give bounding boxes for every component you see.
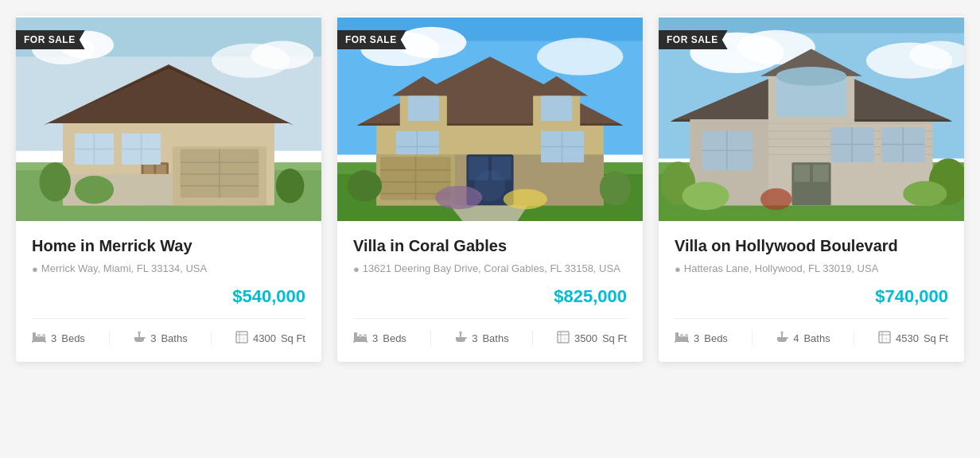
sqft-stat: 4530 Sq Ft — [878, 331, 948, 346]
baths-icon — [776, 331, 788, 346]
sqft-label: Sq Ft — [924, 332, 948, 344]
location-pin-icon: ● — [353, 262, 360, 277]
sqft-count: 4300 — [253, 332, 276, 344]
svg-point-141 — [780, 331, 784, 333]
svg-rect-84 — [359, 334, 362, 337]
for-sale-badge: FOR SALE — [337, 30, 406, 49]
baths-stat: 3 Baths — [454, 331, 508, 346]
card-title: Villa in Coral Gables — [353, 237, 627, 255]
svg-rect-83 — [354, 332, 357, 337]
baths-icon — [133, 331, 146, 346]
sqft-label: Sq Ft — [281, 332, 305, 344]
address-text: Hatteras Lane, Hollywood, FL 33019, USA — [684, 262, 879, 276]
svg-point-48 — [537, 38, 623, 76]
sqft-label: Sq Ft — [602, 332, 627, 344]
svg-rect-127 — [794, 165, 810, 182]
beds-icon — [32, 332, 46, 345]
svg-rect-136 — [680, 334, 683, 337]
svg-marker-55 — [357, 123, 624, 126]
svg-point-5 — [251, 41, 313, 69]
svg-point-131 — [682, 182, 729, 210]
baths-count: 4 — [793, 332, 799, 344]
beds-count: 3 — [694, 332, 699, 344]
sqft-icon — [878, 331, 891, 346]
svg-rect-31 — [33, 332, 36, 337]
location-pin-icon: ● — [32, 262, 38, 277]
listing-card-2[interactable]: FOR SALE Villa in Coral Gables ● 13621 D… — [337, 16, 643, 362]
stat-divider-1 — [430, 330, 431, 346]
stat-divider-2 — [211, 330, 212, 346]
baths-label: Baths — [161, 332, 187, 344]
sqft-count: 4530 — [896, 332, 919, 344]
svg-point-37 — [138, 331, 141, 333]
svg-rect-71 — [541, 95, 572, 121]
beds-stat: 3 Beds — [353, 332, 406, 345]
svg-point-80 — [435, 186, 482, 210]
card-body: Villa in Coral Gables ● 13621 Deering Ba… — [337, 223, 643, 362]
svg-point-89 — [459, 331, 462, 333]
card-divider — [353, 318, 627, 319]
card-price: $740,000 — [675, 286, 948, 307]
svg-rect-128 — [813, 165, 829, 182]
svg-rect-134 — [675, 336, 688, 342]
listing-card-1[interactable]: FOR SALE Home in Merrick Way ● Merrick W… — [16, 16, 321, 362]
for-sale-badge: FOR SALE — [659, 30, 728, 49]
svg-rect-135 — [675, 332, 679, 337]
baths-count: 3 — [150, 332, 156, 344]
baths-icon — [454, 331, 467, 346]
card-title: Villa on Hollywood Boulevard — [675, 237, 948, 255]
svg-rect-70 — [408, 95, 439, 121]
svg-rect-39 — [236, 332, 247, 343]
address-text: 13621 Deering Bay Drive, Coral Gables, F… — [363, 262, 620, 276]
listing-card-3[interactable]: FOR SALE Villa on Hollywood Boulevard ● … — [659, 16, 964, 362]
sqft-stat: 4300 Sq Ft — [235, 331, 305, 346]
card-price: $825,000 — [353, 286, 627, 307]
svg-point-116 — [776, 67, 847, 86]
address-text: Merrick Way, Miami, FL 33134, USA — [41, 262, 207, 276]
baths-label: Baths — [482, 332, 508, 344]
card-address: ● Merrick Way, Miami, FL 33134, USA — [32, 262, 305, 277]
sqft-count: 3500 — [574, 332, 597, 344]
card-body: Villa on Hollywood Boulevard ● Hatteras … — [659, 223, 964, 362]
svg-rect-32 — [37, 334, 41, 337]
beds-stat: 3 Beds — [675, 332, 728, 345]
card-body: Home in Merrick Way ● Merrick Way, Miami… — [16, 223, 321, 362]
card-stats: 3 Beds 4 — [675, 330, 948, 346]
svg-rect-91 — [558, 332, 569, 343]
card-title: Home in Merrick Way — [32, 237, 305, 255]
baths-stat: 3 Baths — [133, 331, 187, 346]
stat-divider-2 — [532, 330, 533, 346]
svg-point-78 — [348, 170, 382, 201]
svg-rect-85 — [364, 334, 367, 337]
stat-divider-1 — [109, 330, 110, 346]
svg-point-79 — [600, 171, 631, 205]
stat-divider-1 — [752, 330, 752, 346]
beds-count: 3 — [51, 332, 56, 344]
svg-point-133 — [760, 188, 791, 211]
location-pin-icon: ● — [675, 262, 681, 277]
beds-label: Beds — [61, 332, 85, 344]
svg-point-47 — [396, 27, 467, 58]
card-image-wrapper: FOR SALE — [659, 16, 964, 223]
svg-rect-82 — [354, 336, 367, 342]
card-divider — [32, 318, 305, 319]
beds-count: 3 — [372, 332, 378, 344]
card-address: ● Hatteras Lane, Hollywood, FL 33019, US… — [675, 262, 948, 277]
baths-count: 3 — [472, 332, 477, 344]
sqft-stat: 3500 Sq Ft — [557, 331, 627, 346]
stat-divider-2 — [854, 330, 854, 346]
svg-point-81 — [504, 189, 547, 210]
card-image-wrapper: FOR SALE — [16, 16, 321, 223]
for-sale-badge: FOR SALE — [16, 30, 85, 49]
card-stats: 3 Beds 3 — [32, 330, 305, 346]
beds-icon — [353, 332, 368, 345]
svg-rect-143 — [879, 332, 890, 343]
baths-label: Baths — [803, 332, 830, 344]
svg-point-27 — [40, 162, 71, 201]
beds-stat: 3 Beds — [32, 332, 85, 345]
baths-stat: 4 Baths — [776, 331, 830, 346]
listings-grid: FOR SALE Home in Merrick Way ● Merrick W… — [16, 16, 964, 362]
svg-rect-137 — [685, 334, 688, 337]
card-address: ● 13621 Deering Bay Drive, Coral Gables,… — [353, 262, 627, 277]
sqft-icon — [235, 331, 248, 346]
